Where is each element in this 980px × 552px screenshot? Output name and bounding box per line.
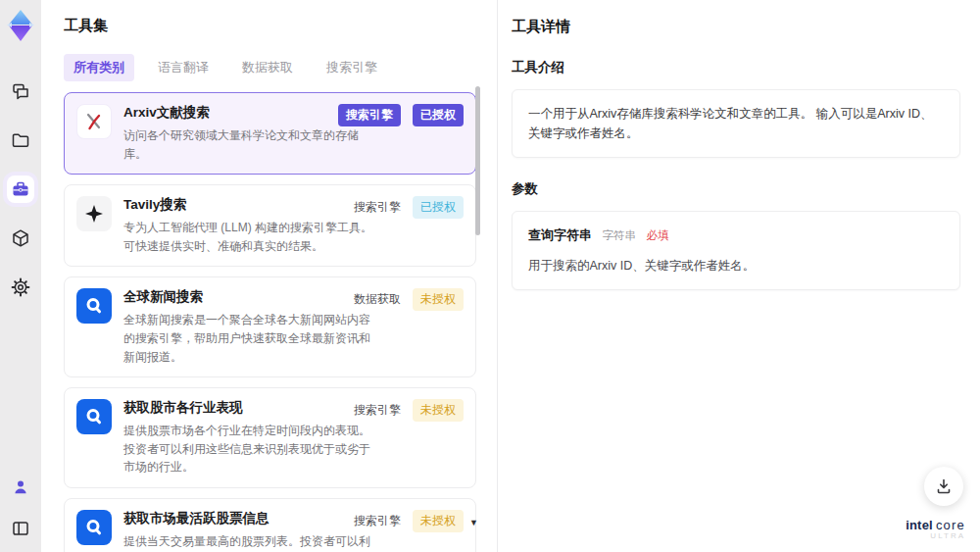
- tab-data-fetch[interactable]: 数据获取: [232, 54, 303, 81]
- category-badge: 搜索引擎: [354, 196, 401, 219]
- detail-title: 工具详情: [512, 18, 960, 36]
- sidebar-item-files[interactable]: [7, 126, 34, 154]
- news-search-icon: [76, 288, 112, 324]
- toolbox-icon: [11, 179, 30, 199]
- intel-core-logo: intelcore ultra: [906, 519, 965, 541]
- settings-gear-icon: [11, 277, 30, 297]
- param-type: 字符串: [602, 229, 636, 241]
- auth-status-badge: 未授权: [413, 288, 464, 311]
- tab-search-engine[interactable]: 搜索引擎: [317, 54, 387, 81]
- tab-language-translation[interactable]: 语言翻译: [148, 54, 219, 81]
- auth-status-badge: 已授权: [413, 196, 464, 219]
- app-window: 工具集 所有类别 语言翻译 数据获取 搜索引擎 Arxiv文献搜索 访问各个研究…: [0, 0, 980, 552]
- sidebar-item-settings[interactable]: [7, 274, 34, 301]
- left-sidebar: [0, 0, 41, 552]
- sidebar-item-tools[interactable]: [7, 176, 34, 203]
- tool-detail-panel: 工具详情 工具介绍 一个用于从Arxiv存储库搜索科学论文和文章的工具。 输入可…: [497, 0, 980, 552]
- param-name: 查询字符串: [528, 227, 592, 242]
- tool-card-arxiv[interactable]: Arxiv文献搜索 访问各个研究领域大量科学论文和文章的存储库。 搜索引擎 已授…: [64, 92, 476, 175]
- param-box: 查询字符串 字符串 必填 用于搜索的Arxiv ID、关键字或作者姓名。: [512, 211, 960, 290]
- auth-status-badge: 未授权: [413, 399, 464, 422]
- tool-card-tavily[interactable]: Tavily搜索 专为人工智能代理 (LLM) 构建的搜索引擎工具。可快速提供实…: [64, 184, 476, 267]
- tool-description: 提供股票市场各个行业在特定时间段内的表现。投资者可以利用这些信息来识别表现优于或…: [123, 422, 380, 477]
- sidebar-item-collapse[interactable]: [7, 515, 34, 542]
- user-icon: [12, 478, 29, 496]
- ultra-wordmark: ultra: [906, 532, 965, 541]
- tool-description: 访问各个研究领域大量科学论文和文章的存储库。: [123, 126, 380, 163]
- tool-name: Tavily搜索: [123, 196, 380, 214]
- sidebar-item-account[interactable]: [7, 474, 34, 501]
- arxiv-icon: [76, 104, 112, 139]
- tab-all-categories[interactable]: 所有类别: [64, 54, 134, 81]
- sidebar-nav: [7, 77, 34, 301]
- tool-card-active-stocks[interactable]: 获取市场最活跃股票信息 提供当天交易量最高的股票列表。投资者可以利用这些信息来识…: [64, 498, 476, 552]
- intro-heading: 工具介绍: [512, 59, 960, 76]
- stock-search-icon: [76, 399, 112, 434]
- download-icon: [935, 477, 953, 495]
- tool-description: 提供当天交易量最高的股票列表。投资者可以利用这些信息来识别流动性强的股票和潜在的…: [123, 532, 380, 552]
- tool-description: 专为人工智能代理 (LLM) 构建的搜索引擎工具。可快速提供实时、准确和真实的结…: [123, 219, 380, 255]
- sidebar-item-chat[interactable]: [7, 77, 34, 105]
- intro-text: 一个用于从Arxiv存储库搜索科学论文和文章的工具。 输入可以是Arxiv ID…: [528, 107, 933, 140]
- category-badge: 搜索引擎: [354, 399, 401, 422]
- app-logo-icon: [6, 9, 35, 42]
- list-scrollbar-thumb[interactable]: [475, 86, 480, 235]
- stock-search-icon: [76, 510, 112, 545]
- auth-status-badge: 已授权: [413, 104, 464, 126]
- download-button[interactable]: [924, 467, 963, 506]
- sidebar-item-models[interactable]: [7, 225, 34, 252]
- category-badge: 搜索引擎: [354, 510, 401, 532]
- panel-toggle-icon: [11, 519, 30, 538]
- tool-name: 获取市场最活跃股票信息: [123, 510, 380, 527]
- cube-icon: [11, 228, 30, 248]
- tavily-star-icon: [76, 196, 112, 231]
- params-heading: 参数: [512, 180, 960, 198]
- intel-wordmark: intel: [906, 518, 933, 532]
- page-title: 工具集: [64, 17, 496, 35]
- intro-box: 一个用于从Arxiv存储库搜索科学论文和文章的工具。 输入可以是Arxiv ID…: [512, 89, 960, 158]
- sidebar-bottom: [7, 474, 34, 542]
- category-badge: 搜索引擎: [338, 104, 401, 126]
- tool-name: 获取股市各行业表现: [123, 399, 380, 417]
- tool-name: 全球新闻搜索: [123, 288, 380, 306]
- tool-description: 全球新闻搜索是一个聚合全球各大新闻网站内容的搜索引擎，帮助用户快速获取全球最新资…: [123, 311, 380, 366]
- category-tabs: 所有类别 语言翻译 数据获取 搜索引擎: [64, 54, 496, 81]
- auth-status-badge: 未授权: [413, 510, 464, 532]
- scroll-down-arrow-icon[interactable]: ▼: [469, 518, 478, 527]
- category-badge: 数据获取: [354, 288, 401, 311]
- core-wordmark: core: [936, 518, 965, 532]
- param-description: 用于搜索的Arxiv ID、关键字或作者姓名。: [528, 256, 944, 276]
- folder-icon: [11, 130, 30, 150]
- param-required-flag: 必填: [646, 229, 668, 241]
- tool-card-sector-performance[interactable]: 获取股市各行业表现 提供股票市场各个行业在特定时间段内的表现。投资者可以利用这些…: [64, 387, 476, 488]
- tool-card-global-news[interactable]: 全球新闻搜索 全球新闻搜索是一个聚合全球各大新闻网站内容的搜索引擎，帮助用户快速…: [64, 276, 476, 377]
- tool-list-panel: 工具集 所有类别 语言翻译 数据获取 搜索引擎 Arxiv文献搜索 访问各个研究…: [41, 0, 496, 552]
- tool-list: Arxiv文献搜索 访问各个研究领域大量科学论文和文章的存储库。 搜索引擎 已授…: [64, 92, 476, 552]
- chat-icon: [11, 81, 30, 101]
